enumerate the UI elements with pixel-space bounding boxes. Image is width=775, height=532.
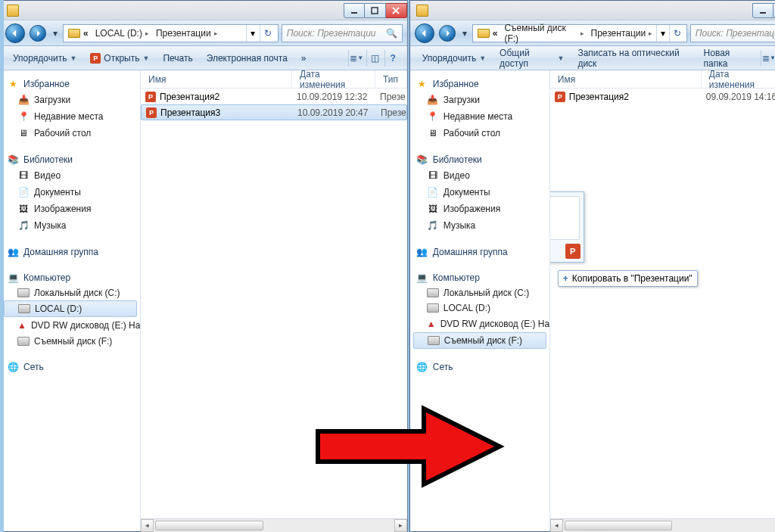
breadcrumb-root[interactable]: «	[65, 25, 92, 42]
titlebar[interactable]	[1, 1, 407, 20]
sidebar-network[interactable]: 🌐Сеть	[410, 359, 549, 375]
search-input[interactable]: Поиск: Презентации 🔍	[282, 24, 403, 42]
preview-pane-button[interactable]: ◫	[366, 50, 383, 67]
scroll-right-button[interactable]: ▸	[394, 519, 407, 532]
sidebar-item-removable[interactable]: Съемный диск (F:)	[1, 334, 140, 349]
email-button[interactable]: Электронная почта	[201, 49, 294, 67]
minimize-button[interactable]	[344, 3, 365, 18]
scroll-track[interactable]	[563, 519, 775, 532]
sidebar-item-dvd[interactable]: ▲DVD RW дисковод (E:) Harris Docu	[410, 316, 549, 332]
folder-icon	[416, 5, 428, 17]
sidebar-item-videos[interactable]: 🎞Видео	[1, 167, 140, 184]
close-button[interactable]	[386, 3, 407, 18]
plus-icon: +	[563, 273, 568, 284]
file-list-pane: Имя Дата изменения Тип PПрезентация2 09.…	[550, 70, 775, 531]
sidebar-favorites[interactable]: ★Избранное	[410, 76, 549, 92]
sidebar: ★Избранное 📥Загрузки 📍Недавние места 🖥Ра…	[410, 70, 550, 531]
minimize-button[interactable]	[752, 3, 773, 18]
column-name[interactable]: Имя	[141, 70, 292, 88]
file-row[interactable]: PПрезентация2 09.09.2019 14:16 Презе	[550, 89, 775, 104]
address-bar[interactable]: « Съемный диск (F:)▸ Презентации▸ ▾ ↻	[472, 24, 687, 42]
print-button[interactable]: Печать	[157, 49, 198, 67]
sidebar-item-drive-c[interactable]: Локальный диск (C:)	[1, 285, 140, 300]
titlebar[interactable]	[410, 1, 775, 20]
address-dropdown[interactable]: ▾	[246, 25, 260, 42]
refresh-button[interactable]: ↻	[260, 25, 276, 42]
column-type[interactable]: Тип	[375, 70, 407, 88]
sidebar-item-downloads[interactable]: 📥Загрузки	[410, 92, 549, 108]
sidebar-libraries[interactable]: 📚Библиотеки	[410, 152, 549, 167]
nav-history-dropdown[interactable]: ▾	[51, 23, 60, 43]
file-list[interactable]: PПрезентация2 10.09.2019 12:32 Презе PПр…	[141, 89, 407, 518]
sidebar-libraries[interactable]: 📚Библиотеки	[1, 152, 140, 167]
open-button[interactable]: PОткрыть▼	[84, 49, 155, 67]
organize-button[interactable]: Упорядочить▼	[416, 49, 492, 67]
sidebar-item-removable[interactable]: Съемный диск (F:)	[413, 332, 546, 349]
sidebar-item-drive-c[interactable]: Локальный диск (C:)	[410, 285, 549, 300]
desktop-icon: 🖥	[17, 127, 30, 139]
overflow-button[interactable]: »	[295, 49, 313, 67]
sidebar-item-music[interactable]: 🎵Музыка	[1, 217, 140, 234]
help-button[interactable]: ?	[384, 50, 401, 67]
search-input[interactable]: Поиск: Презентации 🔍	[690, 24, 775, 42]
burn-button[interactable]: Записать на оптический диск	[571, 49, 696, 67]
sidebar-item-pictures[interactable]: 🖼Изображения	[1, 201, 140, 217]
refresh-button[interactable]: ↻	[669, 25, 685, 42]
organize-button[interactable]: Упорядочить▼	[7, 49, 82, 67]
share-button[interactable]: Общий доступ▼	[493, 49, 570, 67]
sidebar-computer[interactable]: 💻Компьютер	[410, 270, 549, 285]
scroll-track[interactable]	[154, 519, 394, 532]
dvd-icon: ▲	[427, 318, 436, 330]
sidebar-item-desktop[interactable]: 🖥Рабочий стол	[410, 125, 549, 142]
sidebar-item-music[interactable]: 🎵Музыка	[410, 217, 549, 234]
sidebar-network[interactable]: 🌐Сеть	[1, 359, 140, 375]
nav-forward-button[interactable]	[30, 24, 46, 41]
sidebar-item-desktop[interactable]: 🖥Рабочий стол	[1, 125, 140, 142]
sidebar-item-downloads[interactable]: 📥Загрузки	[1, 92, 140, 108]
maximize-button[interactable]	[365, 3, 386, 18]
sidebar-computer[interactable]: 💻Компьютер	[1, 270, 140, 285]
nav-back-button[interactable]	[5, 23, 25, 43]
view-options-button[interactable]: ≣ ▼	[348, 50, 365, 67]
scroll-left-button[interactable]: ◂	[141, 519, 154, 532]
file-row[interactable]: PПрезентация2 10.09.2019 12:32 Презе	[141, 89, 407, 104]
scroll-thumb[interactable]	[565, 521, 673, 530]
sidebar-favorites[interactable]: ★Избранное	[1, 76, 140, 92]
sidebar-homegroup[interactable]: 👥Домашняя группа	[1, 244, 140, 260]
view-options-button[interactable]: ≣ ▼	[761, 50, 775, 67]
new-folder-button[interactable]: Новая папка	[698, 49, 758, 67]
chevron-right-icon: ▸	[214, 30, 218, 37]
nav-back-button[interactable]	[415, 23, 434, 43]
sidebar-homegroup[interactable]: 👥Домашняя группа	[410, 244, 549, 260]
file-list[interactable]: PПрезентация2 09.09.2019 14:16 Презе P +…	[550, 89, 775, 518]
star-icon: ★	[7, 78, 19, 90]
nav-forward-button[interactable]	[439, 24, 456, 41]
breadcrumb-root[interactable]: «	[475, 25, 502, 42]
horizontal-scrollbar[interactable]: ◂ ▸	[550, 518, 775, 531]
sidebar-item-videos[interactable]: 🎞Видео	[410, 167, 549, 184]
sidebar-item-recent[interactable]: 📍Недавние места	[410, 108, 549, 125]
address-bar[interactable]: « LOCAL (D:)▸ Презентации▸ ▾ ↻	[63, 24, 279, 42]
sidebar-item-drive-d[interactable]: LOCAL (D:)	[410, 300, 549, 316]
breadcrumb-seg2[interactable]: Презентации▸	[153, 25, 222, 42]
sidebar-item-dvd[interactable]: ▲DVD RW дисковод (E:) Harris Docum	[1, 317, 140, 334]
horizontal-scrollbar[interactable]: ◂ ▸	[141, 518, 407, 531]
file-row[interactable]: PПрезентация3 10.09.2019 20:47 Презе	[141, 104, 407, 120]
column-headers: Имя Дата изменения Тип	[550, 70, 775, 89]
sidebar-item-recent[interactable]: 📍Недавние места	[1, 108, 140, 125]
breadcrumb-seg2[interactable]: Презентации▸	[588, 25, 657, 42]
sidebar-item-documents[interactable]: 📄Документы	[1, 184, 140, 201]
sidebar-item-pictures[interactable]: 🖼Изображения	[410, 201, 549, 217]
breadcrumb-seg1[interactable]: Съемный диск (F:)▸	[501, 25, 587, 42]
nav-history-dropdown[interactable]: ▾	[460, 23, 469, 43]
scroll-left-button[interactable]: ◂	[550, 519, 563, 532]
breadcrumb-seg1[interactable]: LOCAL (D:)▸	[92, 25, 153, 42]
sidebar-item-drive-d[interactable]: LOCAL (D:)	[4, 300, 137, 317]
column-headers: Имя Дата изменения Тип	[141, 70, 407, 89]
address-dropdown[interactable]: ▾	[656, 25, 669, 42]
column-name[interactable]: Имя	[550, 70, 702, 88]
column-date[interactable]: Дата изменения	[292, 70, 375, 88]
scroll-thumb[interactable]	[155, 521, 263, 530]
column-date[interactable]: Дата изменения	[702, 70, 775, 88]
sidebar-item-documents[interactable]: 📄Документы	[410, 184, 549, 201]
